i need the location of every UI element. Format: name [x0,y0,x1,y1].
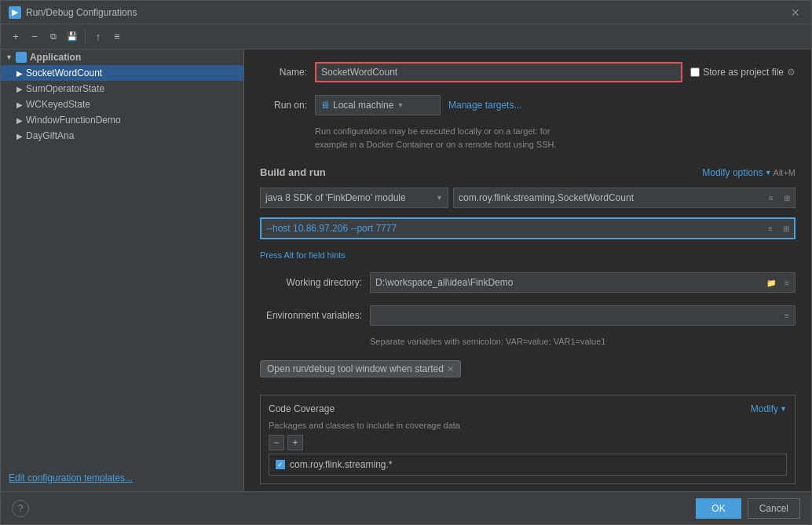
ok-button[interactable]: OK [696,498,741,519]
coverage-modify-button[interactable]: Modify ▼ [751,403,787,414]
main-content: ▼ Application ▶ SocketWordCount ▶ SumOpe… [1,49,811,491]
tree-item-label-3: WCKeyedState [26,99,90,110]
working-dir-input[interactable] [371,275,763,290]
env-vars-input[interactable] [371,308,779,323]
main-class-input[interactable] [454,191,763,205]
args-browse-button[interactable]: ≡ [763,219,778,238]
left-panel: ▼ Application ▶ SocketWordCount ▶ SumOpe… [1,49,244,491]
tree-item-label-5: DayGiftAna [26,130,74,141]
dialog-title: Run/Debug Configurations [26,7,137,18]
sdk-select[interactable]: java 8 SDK of 'FinkDemo' module ▼ [260,188,448,208]
tree-item-label-4: WindowFunctionDemo [26,115,121,126]
modify-options-button[interactable]: Modify options ▼ Alt+M [702,167,796,178]
sdk-value: java 8 SDK of 'FinkDemo' module [265,192,406,203]
env-vars-browse-button[interactable]: ≡ [779,306,795,325]
class-expand-button[interactable]: ⊞ [779,188,795,207]
add-config-button[interactable]: + [7,28,24,46]
env-vars-label: Environment variables: [260,310,362,321]
run-debug-dialog: ▶ Run/Debug Configurations ✕ + − ⧉ 💾 ↑ ≡… [0,0,812,525]
press-alt-hint: Press Alt for field hints [260,250,796,260]
tag-close-button[interactable]: ✕ [447,364,454,374]
expand-icon: ▼ [5,53,13,61]
tag-chip-container: Open run/debug tool window when started … [260,355,796,377]
build-run-section-header: Build and run Modify options ▼ Alt+M [260,166,796,178]
tree-item-sumoperatorstate[interactable]: ▶ SumOperatorState [1,81,243,97]
name-input[interactable] [315,62,682,82]
working-dir-row: Working directory: 📁 ≡ [260,272,796,293]
working-dir-label: Working directory: [260,277,362,288]
chevron-down-icon: ▼ [397,101,404,109]
args-container: ≡ ⊞ [260,217,796,239]
name-store-row: Name: Store as project file ⚙ [260,62,796,82]
sdk-chevron-icon: ▼ [436,194,443,202]
move-up-button[interactable]: ↑ [90,28,107,46]
remove-config-button[interactable]: − [26,28,43,46]
coverage-toolbar: − + [269,435,787,450]
working-dir-browse-button[interactable]: ≡ [779,273,795,292]
chevron-down-modify-icon: ▼ [765,169,772,177]
run-hint-line2: example in a Docker Container or on a re… [315,138,796,151]
sdk-row: java 8 SDK of 'FinkDemo' module ▼ ≡ ⊞ [260,188,796,208]
coverage-add-button[interactable]: + [287,435,303,450]
machine-icon: 🖥 [320,100,330,111]
coverage-remove-button[interactable]: − [269,435,284,450]
tree-item-socketwordcount[interactable]: ▶ SocketWordCount [1,65,243,81]
title-bar-left: ▶ Run/Debug Configurations [9,6,137,19]
app-group-icon [16,52,27,63]
tree-item-label-2: SumOperatorState [26,83,104,94]
run-hint-line1: Run configurations may be executed local… [315,125,796,138]
close-button[interactable]: ✕ [788,5,803,20]
edit-config-templates-link[interactable]: Edit configuration templates... [1,465,243,491]
coverage-item-checkbox[interactable]: ✓ [276,460,285,469]
app-group[interactable]: ▼ Application [1,49,243,65]
copy-config-button[interactable]: ⧉ [45,28,62,46]
config-icon-3: ▶ [16,100,23,109]
config-icon-2: ▶ [16,85,23,93]
cancel-button[interactable]: Cancel [748,498,800,519]
config-icon-5: ▶ [16,132,23,140]
store-checkbox[interactable] [690,67,700,77]
working-dir-input-container: 📁 ≡ [370,272,796,293]
env-vars-input-container: ≡ [370,305,796,326]
code-coverage-title: Code Coverage [269,403,335,414]
dialog-icon: ▶ [9,6,21,19]
right-panel: Name: Store as project file ⚙ Run on: 🖥 … [244,49,811,491]
tree-item-daygiftana[interactable]: ▶ DayGiftAna [1,128,243,144]
tree-item-label-1: SocketWordCount [26,67,102,78]
manage-targets-link[interactable]: Manage targets... [448,100,521,111]
open-tool-window-tag: Open run/debug tool window when started … [260,360,461,377]
tree-item-windowfunctiondemo[interactable]: ▶ WindowFunctionDemo [1,112,243,128]
args-input[interactable] [262,221,763,235]
config-toolbar: + − ⧉ 💾 ↑ ≡ [1,24,811,49]
coverage-item-label: com.roy.flink.streaming.* [290,459,392,470]
coverage-header: Code Coverage Modify ▼ [269,403,787,414]
run-on-value: Local machine [333,100,393,111]
name-label: Name: [260,67,307,78]
store-checkbox-row: Store as project file ⚙ [690,67,796,78]
env-separator-hint: Separate variables with semicolon: VAR=v… [370,337,796,346]
help-button[interactable]: ? [12,500,29,517]
coverage-sub-title: Packages and classes to include in cover… [269,421,787,430]
sort-button[interactable]: ≡ [108,28,126,46]
modify-options-label: Modify options [702,167,763,178]
run-on-row: Run on: 🖥 Local machine ▼ Manage targets… [260,95,796,115]
class-browse-button[interactable]: ≡ [763,188,779,207]
coverage-list: ✓ com.roy.flink.streaming.* [269,454,787,476]
gear-icon[interactable]: ⚙ [787,67,796,78]
run-hint: Run configurations may be executed local… [315,125,796,151]
run-on-select[interactable]: 🖥 Local machine ▼ [315,95,441,115]
save-config-button[interactable]: 💾 [64,28,81,46]
tree-item-wckeyedstate[interactable]: ▶ WCKeyedState [1,97,243,112]
modify-shortcut: Alt+M [774,168,796,177]
config-icon-4: ▶ [16,116,23,125]
toolbar-sep [85,30,86,44]
build-run-title: Build and run [260,166,326,178]
bottom-bar: ? OK Cancel [1,491,811,524]
args-expand-button[interactable]: ⊞ [778,219,794,238]
app-group-label: Application [30,52,81,63]
bottom-actions: OK Cancel [696,498,800,519]
run-on-label: Run on: [260,100,307,111]
working-dir-folder-button[interactable]: 📁 [763,273,779,292]
coverage-modify-chevron-icon: ▼ [780,405,787,413]
coverage-item: ✓ com.roy.flink.streaming.* [272,458,783,472]
